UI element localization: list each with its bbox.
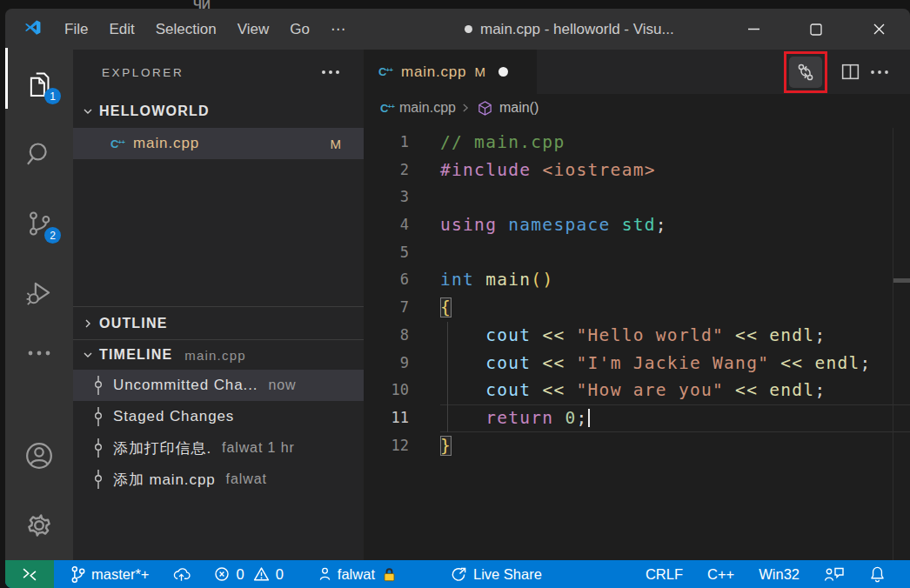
window-controls	[722, 9, 910, 50]
tab-dirty-dot-icon	[498, 67, 508, 77]
activity-search[interactable]	[5, 119, 73, 189]
line-number: 3	[364, 184, 440, 211]
activity-bar: 1 2	[5, 50, 73, 560]
explorer-empty-space	[73, 159, 364, 306]
feedback-status[interactable]	[812, 560, 857, 588]
timeline-item-uncommitted[interactable]: Uncommitted Cha... now	[73, 370, 364, 401]
code-editor[interactable]: 1// main.cpp2#include <iostream>34using …	[364, 122, 910, 560]
breadcrumb: C ++ main.cpp main()	[364, 94, 910, 122]
live-share-status[interactable]: Live Share	[439, 560, 553, 588]
platform-status[interactable]: Win32	[746, 560, 812, 588]
code-text: }	[440, 432, 910, 460]
code-line-3[interactable]: 3	[364, 184, 910, 211]
sync-status[interactable]	[160, 560, 203, 588]
cpp-file-icon: C ++	[380, 101, 396, 116]
activity-account[interactable]	[5, 421, 73, 491]
activity-explorer[interactable]: 1	[5, 50, 73, 119]
menu-more[interactable]: ⋯	[320, 9, 356, 50]
git-commit-icon	[91, 470, 105, 489]
language-status[interactable]: C++	[695, 560, 746, 588]
open-changes-button[interactable]	[789, 57, 822, 88]
maximize-button[interactable]	[785, 9, 847, 50]
menu-view[interactable]: View	[227, 9, 280, 50]
code-line-10[interactable]: 10 cout << "How are you" << endl;	[364, 377, 910, 404]
section-outline[interactable]: OUTLINE	[73, 306, 364, 339]
menu-edit[interactable]: Edit	[98, 9, 144, 50]
line-number: 5	[364, 239, 440, 267]
file-row-maincpp[interactable]: C ++ main.cpp M	[73, 128, 364, 159]
menu-selection[interactable]: Selection	[145, 9, 227, 50]
split-editor-button[interactable]	[835, 61, 865, 83]
activity-source-control[interactable]: 2	[5, 189, 73, 258]
line-number: 6	[364, 266, 440, 294]
scrollbar-divider	[893, 128, 893, 560]
line-number: 12	[364, 432, 440, 460]
timeline-item-commit1[interactable]: 添加打印信息. falwat 1 hr	[73, 432, 364, 464]
tab-maincpp[interactable]: C ++ main.cpp M	[364, 50, 537, 94]
code-line-6[interactable]: 6int main()	[364, 266, 910, 294]
sidebar-explorer: EXPLORER HELLOWORLD C ++ main.cpp M OUTL…	[73, 50, 364, 560]
vscode-logo-icon	[21, 18, 43, 41]
code-line-5[interactable]: 5	[364, 239, 910, 267]
svg-text:++: ++	[388, 103, 396, 110]
indent-guide	[447, 322, 448, 432]
ellipsis-icon	[320, 69, 341, 76]
section-helloworld[interactable]: HELLOWORLD	[73, 95, 364, 128]
sidebar-more-actions[interactable]	[320, 69, 351, 76]
breadcrumb-file[interactable]: main.cpp	[399, 100, 456, 116]
bell-icon	[869, 565, 886, 583]
menu-go[interactable]: Go	[279, 9, 320, 50]
menu-file[interactable]: File	[54, 9, 98, 50]
window-title: main.cpp - helloworld - Visu...	[465, 9, 674, 50]
notifications-status[interactable]	[857, 560, 900, 588]
chevron-right-icon	[80, 317, 96, 331]
symbol-method-icon	[477, 100, 493, 117]
code-text: cout << "How are you" << endl;	[440, 377, 910, 404]
code-line-4[interactable]: 4using namespace std;	[364, 211, 910, 239]
code-line-9[interactable]: 9 cout << "I'm Jackie Wang" << endl;	[364, 350, 910, 378]
scm-badge: 2	[44, 227, 61, 244]
close-button[interactable]	[847, 9, 910, 50]
timeline-item-commit2[interactable]: 添加 main.cpp falwat	[73, 464, 364, 495]
code-line-11[interactable]: 11 return 0;	[364, 404, 910, 432]
split-editor-icon	[840, 61, 861, 83]
code-line-2[interactable]: 2#include <iostream>	[364, 157, 910, 184]
code-text: using namespace std;	[440, 211, 910, 239]
code-text: cout << "Hello world" << endl;	[440, 322, 910, 350]
screen-top-remnant: ЧИ	[0, 0, 910, 9]
code-line-8[interactable]: 8 cout << "Hello world" << endl;	[364, 322, 910, 350]
status-bar: master*+ 0 0 fa	[5, 560, 910, 588]
code-line-7[interactable]: 7{	[364, 294, 910, 322]
activity-more[interactable]	[5, 328, 73, 378]
cpp-file-icon: C ++	[110, 137, 126, 151]
eol-status[interactable]: CRLF	[633, 560, 695, 588]
timeline-item-staged[interactable]: Staged Changes	[73, 401, 364, 432]
code-text: // main.cpp	[440, 129, 910, 157]
branch-status[interactable]: master*+	[59, 560, 160, 588]
line-number: 11	[364, 404, 440, 432]
code-line-12[interactable]: 12}	[364, 432, 910, 460]
activity-settings[interactable]	[5, 491, 73, 560]
code-line-1[interactable]: 1// main.cpp	[364, 129, 910, 157]
minimize-button[interactable]	[722, 9, 785, 50]
breadcrumb-symbol[interactable]: main()	[499, 100, 539, 116]
section-timeline[interactable]: TIMELINE main.cpp	[73, 339, 364, 370]
scrollbar-marker[interactable]	[893, 278, 910, 283]
line-number: 9	[364, 350, 440, 378]
red-annotation-box	[784, 51, 827, 93]
line-number: 10	[364, 377, 440, 404]
line-number: 7	[364, 294, 440, 322]
code-text: int main()	[440, 266, 910, 294]
user-status[interactable]: falwat	[307, 560, 408, 588]
remote-indicator-button[interactable]	[5, 560, 54, 588]
editor-actions	[784, 50, 894, 94]
problems-status[interactable]: 0 0	[203, 560, 294, 588]
git-compare-icon	[795, 62, 816, 83]
error-icon	[214, 566, 230, 582]
activity-run-debug[interactable]	[5, 258, 73, 328]
titlebar: File Edit Selection View Go ⋯ main.cpp -…	[5, 9, 910, 50]
top-remnant-text: ЧИ	[193, 0, 211, 9]
tab-label: main.cpp	[401, 63, 466, 81]
editor-more-actions-button[interactable]	[865, 69, 894, 76]
remote-icon	[21, 567, 38, 582]
